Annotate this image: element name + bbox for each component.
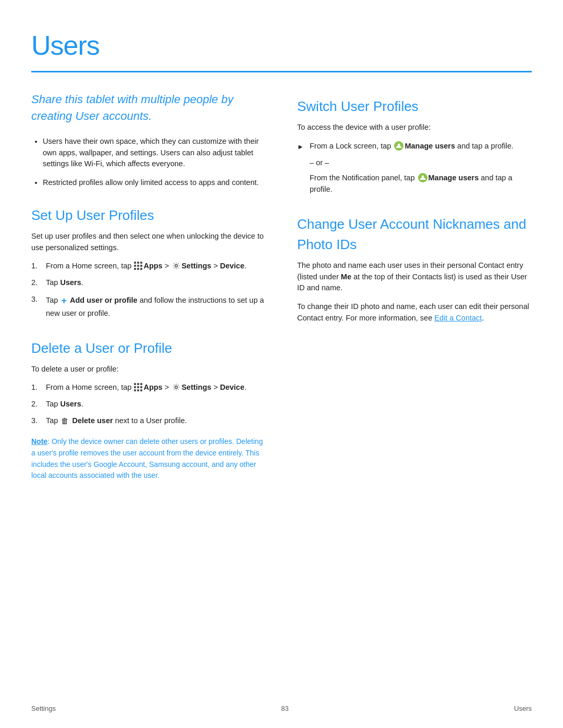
nickname-desc2: To change their ID photo and name, each … xyxy=(297,301,532,324)
list-item: 1. From a Home screen, tap Apps > Settin… xyxy=(31,261,266,272)
nickname-section: Change User Account Nicknames and Photo … xyxy=(297,214,532,324)
step-num: 2. xyxy=(31,277,43,289)
add-user-label: Add user or profile xyxy=(70,296,138,304)
footer-right: Users xyxy=(514,704,532,714)
device-label: Device xyxy=(220,262,244,270)
footer-center: 83 xyxy=(281,704,288,714)
step-num: 3. xyxy=(31,294,43,319)
note-text: Note: Only the device owner can delete o… xyxy=(31,436,266,482)
list-item: 3. Tap + Add user or profile and follow … xyxy=(31,294,266,319)
edit-contact-link[interactable]: Edit a Contact xyxy=(434,314,482,322)
add-icon: + xyxy=(61,294,67,308)
setup-desc: Set up user profiles and then select one… xyxy=(31,231,266,254)
setup-steps: 1. From a Home screen, tap Apps > Settin… xyxy=(31,261,266,319)
device-label: Device xyxy=(220,383,244,391)
list-item: 3. Tap 🗑 Delete user next to a User prof… xyxy=(31,415,266,427)
me-label: Me xyxy=(341,273,351,281)
list-item: Restricted profiles allow only limited a… xyxy=(43,177,266,189)
arrow-icon: ► xyxy=(297,142,305,152)
intro-text: Share this tablet with multiple people b… xyxy=(31,91,266,125)
setup-section: Set Up User Profiles Set up user profile… xyxy=(31,205,266,319)
svg-point-0 xyxy=(175,265,178,267)
switch-section: Switch User Profiles To access the devic… xyxy=(297,96,532,195)
intro-bullet-list: Users have their own space, which they c… xyxy=(31,136,266,189)
page-title: Users xyxy=(31,25,532,66)
step-num: 1. xyxy=(31,261,43,272)
settings-label: Settings xyxy=(181,262,211,270)
apps-icon xyxy=(134,262,143,270)
footer: Settings 83 Users xyxy=(31,704,532,714)
switch-bullet1: ► From a Lock screen, tap Manage users a… xyxy=(297,141,532,152)
settings-icon xyxy=(172,261,181,270)
step-text: Tap Users. xyxy=(46,399,83,410)
nickname-title: Change User Account Nicknames and Photo … xyxy=(297,214,532,255)
delete-user-label: Delete user xyxy=(72,416,113,425)
switch-desc: To access the device with a user profile… xyxy=(297,122,532,133)
step-text: Tap 🗑 Delete user next to a User profile… xyxy=(46,415,187,427)
step-text: From a Home screen, tap Apps > Settings … xyxy=(46,382,247,393)
list-item: 1. From a Home screen, tap Apps > Settin… xyxy=(31,382,266,393)
users-label: Users xyxy=(60,278,81,287)
step-num: 2. xyxy=(31,399,43,410)
list-item: Users have their own space, which they c… xyxy=(43,136,266,170)
delete-title: Delete a User or Profile xyxy=(31,338,266,359)
list-item: 2. Tap Users. xyxy=(31,399,266,410)
delete-steps: 1. From a Home screen, tap Apps > Settin… xyxy=(31,382,266,427)
delete-icon: 🗑 xyxy=(61,415,69,427)
switch-title: Switch User Profiles xyxy=(297,96,532,117)
step-text: Tap Users. xyxy=(46,277,83,289)
step-text: Tap + Add user or profile and follow the… xyxy=(46,294,266,319)
or-separator: – or – xyxy=(310,157,532,169)
nickname-desc1: The photo and name each user uses in the… xyxy=(297,260,532,294)
settings-icon xyxy=(172,382,181,392)
apps-label: Apps xyxy=(143,262,162,270)
title-divider xyxy=(31,71,532,72)
right-column: Switch User Profiles To access the devic… xyxy=(297,91,532,500)
manage-users-icon xyxy=(394,141,403,151)
step-num: 3. xyxy=(31,415,43,427)
switch-bullet2: From the Notification panel, tap Manage … xyxy=(310,172,532,195)
delete-desc: To delete a user or profile: xyxy=(31,364,266,375)
manage-users-label: Manage users xyxy=(405,142,455,150)
footer-left: Settings xyxy=(31,704,56,714)
list-item: 2. Tap Users. xyxy=(31,277,266,289)
step-num: 1. xyxy=(31,382,43,393)
left-column: Share this tablet with multiple people b… xyxy=(31,91,266,500)
svg-point-1 xyxy=(175,386,178,389)
apps-label: Apps xyxy=(143,383,162,391)
manage-users-icon2 xyxy=(418,173,427,182)
note-label: Note xyxy=(31,437,47,446)
manage-users-label2: Manage users xyxy=(429,174,479,182)
note-body: : Only the device owner can delete other… xyxy=(31,437,263,479)
users-label: Users xyxy=(60,400,81,408)
delete-section: Delete a User or Profile To delete a use… xyxy=(31,338,266,482)
bullet1-text: From a Lock screen, tap Manage users and… xyxy=(310,141,513,152)
apps-icon xyxy=(134,383,143,392)
setup-title: Set Up User Profiles xyxy=(31,205,266,226)
step-text: From a Home screen, tap Apps > Settings … xyxy=(46,261,247,272)
settings-label: Settings xyxy=(181,383,211,391)
